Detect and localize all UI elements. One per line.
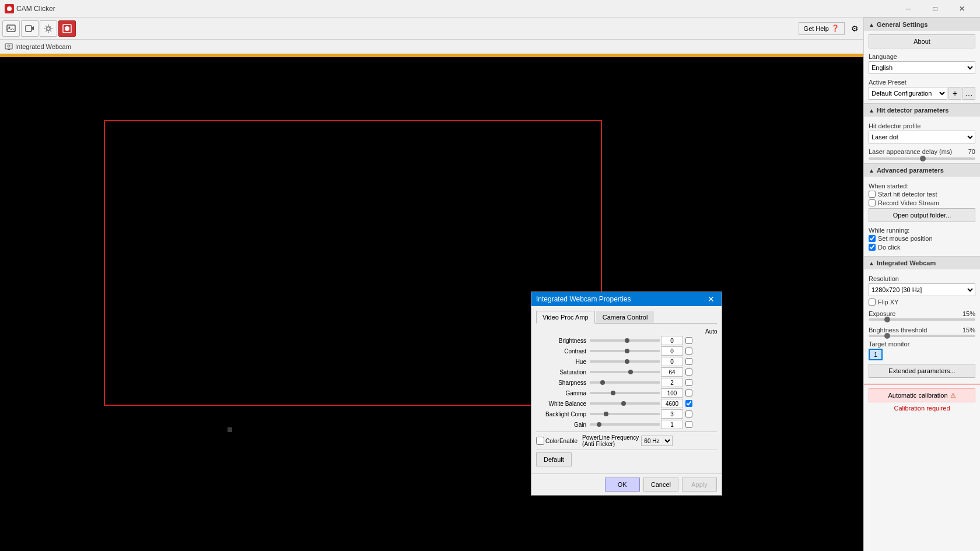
prop-slider-6[interactable] — [590, 402, 660, 405]
calibration-section: Automatic calibration ⚠ Calibration requ… — [864, 384, 980, 415]
prop-thumb-6 — [621, 401, 626, 406]
toolbar-image-btn[interactable] — [2, 20, 20, 37]
prop-input-8[interactable] — [661, 420, 683, 429]
apply-button[interactable]: Apply — [682, 478, 717, 492]
prop-slider-5[interactable] — [590, 392, 660, 394]
active-preset-select[interactable]: Default Configuration — [869, 87, 947, 100]
auto-calibration-button[interactable]: Automatic calibration ⚠ — [869, 388, 975, 402]
language-select[interactable]: English — [869, 61, 975, 74]
exposure-slider[interactable] — [869, 318, 975, 321]
record-video-checkbox[interactable] — [869, 199, 876, 206]
appearance-delay-slider[interactable] — [869, 157, 975, 160]
prop-input-5[interactable] — [661, 388, 683, 398]
prop-slider-8[interactable] — [590, 423, 660, 426]
brightness-threshold-value: 15% — [963, 327, 975, 334]
do-click-label: Do click — [878, 244, 901, 251]
add-preset-button[interactable]: + — [949, 87, 961, 100]
section-advanced-content: When started: Start hit detector test Re… — [864, 177, 980, 256]
prop-thumb-4 — [600, 380, 605, 385]
prop-auto-0[interactable] — [685, 337, 692, 344]
toolbar: Get Help ❓ ⚙ — [0, 17, 863, 40]
prop-slider-7[interactable] — [590, 413, 660, 415]
collapse-webcam-icon: ▲ — [869, 260, 874, 266]
section-advanced-header[interactable]: ▲ Advanced parameters — [864, 163, 980, 177]
prop-input-6[interactable] — [661, 399, 683, 408]
maximize-button[interactable]: □ — [922, 0, 949, 17]
get-help-button[interactable]: Get Help ❓ — [799, 22, 845, 35]
dialog-tabs: Video Proc Amp Camera Control — [536, 311, 717, 324]
selection-rectangle[interactable] — [104, 120, 602, 406]
prop-input-1[interactable] — [661, 346, 683, 356]
color-enable-checkbox[interactable] — [536, 437, 544, 445]
minimize-button[interactable]: ─ — [895, 0, 922, 17]
toolbar-settings-btn[interactable] — [40, 20, 57, 37]
ok-button[interactable]: OK — [605, 478, 640, 492]
section-webcam-header[interactable]: ▲ Integrated Webcam — [864, 256, 980, 269]
section-hit-title: Hit detector parameters — [877, 107, 949, 114]
prop-label-5: Gamma — [536, 390, 589, 396]
brightness-slider[interactable] — [869, 335, 975, 337]
prop-auto-3[interactable] — [685, 368, 692, 375]
calibration-required-text: Calibration required — [869, 405, 975, 412]
prop-auto-1[interactable] — [685, 348, 692, 355]
prop-auto-4[interactable] — [685, 379, 692, 386]
resolution-select[interactable]: 1280x720 [30 Hz] — [869, 283, 975, 296]
toolbar-video-btn[interactable] — [21, 20, 38, 37]
prop-slider-4[interactable] — [590, 381, 660, 384]
section-general-header[interactable]: ▲ General Settings — [864, 17, 980, 31]
cancel-button[interactable]: Cancel — [643, 478, 678, 492]
hit-profile-select[interactable]: Laser dot — [869, 131, 975, 143]
powerline-select[interactable]: 60 Hz — [641, 436, 673, 446]
gear-icon: ⚙ — [851, 24, 859, 33]
delete-preset-button[interactable]: … — [963, 87, 975, 100]
flip-xy-checkbox[interactable] — [869, 299, 876, 306]
prop-label-0: Brightness — [536, 338, 589, 344]
prop-slider-3[interactable] — [590, 371, 660, 373]
dialog-property-row: Brightness — [536, 336, 717, 345]
target-monitor-box[interactable]: 1 — [869, 349, 883, 360]
about-button[interactable]: About — [869, 34, 975, 48]
collapse-hit-icon: ▲ — [869, 107, 874, 114]
left-panel: Get Help ❓ ⚙ Integrated Webcam — [0, 17, 863, 551]
prop-input-4[interactable] — [661, 378, 683, 387]
tab-camera-control[interactable]: Camera Control — [596, 311, 654, 323]
dialog-properties-grid: Brightness Contrast Hue Saturation — [536, 336, 717, 429]
svg-rect-7 — [5, 44, 12, 49]
prop-input-7[interactable] — [661, 409, 683, 419]
start-hit-detector-checkbox[interactable] — [869, 191, 876, 198]
prop-thumb-7 — [604, 412, 608, 416]
section-hit-detector-header[interactable]: ▲ Hit detector parameters — [864, 103, 980, 117]
dialog-close-button[interactable]: ✕ — [705, 293, 717, 305]
prop-auto-2[interactable] — [685, 358, 692, 365]
prop-input-3[interactable] — [661, 367, 683, 377]
start-hit-detector-label: Start hit detector test — [878, 191, 937, 198]
prop-auto-5[interactable] — [685, 389, 692, 396]
record-video-label: Record Video Stream — [878, 199, 939, 206]
prop-input-0[interactable] — [661, 336, 683, 345]
while-running-label: While running: — [869, 227, 975, 234]
tab-video-proc-amp[interactable]: Video Proc Amp — [536, 311, 595, 324]
title-bar: CAM Clicker ─ □ ✕ — [0, 0, 980, 17]
dialog-content: Video Proc Amp Camera Control Auto Brigh… — [531, 306, 722, 473]
prop-slider-1[interactable] — [590, 350, 660, 352]
gear-settings-button[interactable]: ⚙ — [848, 22, 861, 35]
flip-xy-row: Flip XY — [869, 299, 975, 306]
toolbar-record-btn[interactable] — [58, 20, 76, 37]
color-enable-label: ColorEnable — [545, 438, 578, 444]
do-click-checkbox[interactable] — [869, 244, 876, 251]
prop-slider-0[interactable] — [590, 339, 660, 342]
prop-auto-8[interactable] — [685, 421, 692, 428]
prop-input-2[interactable] — [661, 357, 683, 366]
svg-rect-9 — [8, 49, 10, 50]
extended-params-button[interactable]: Extended parameters... — [869, 364, 975, 378]
default-button[interactable]: Default — [536, 452, 572, 466]
set-mouse-checkbox[interactable] — [869, 235, 876, 242]
prop-slider-2[interactable] — [590, 360, 660, 363]
main-layout: Get Help ❓ ⚙ Integrated Webcam ▲ General — [0, 17, 980, 551]
close-button[interactable]: ✕ — [949, 0, 975, 17]
prop-auto-7[interactable] — [685, 410, 692, 417]
brightness-thumb — [884, 333, 890, 339]
do-click-row: Do click — [869, 244, 975, 251]
prop-auto-6[interactable] — [685, 400, 692, 407]
open-output-folder-button[interactable]: Open output folder... — [869, 208, 975, 222]
